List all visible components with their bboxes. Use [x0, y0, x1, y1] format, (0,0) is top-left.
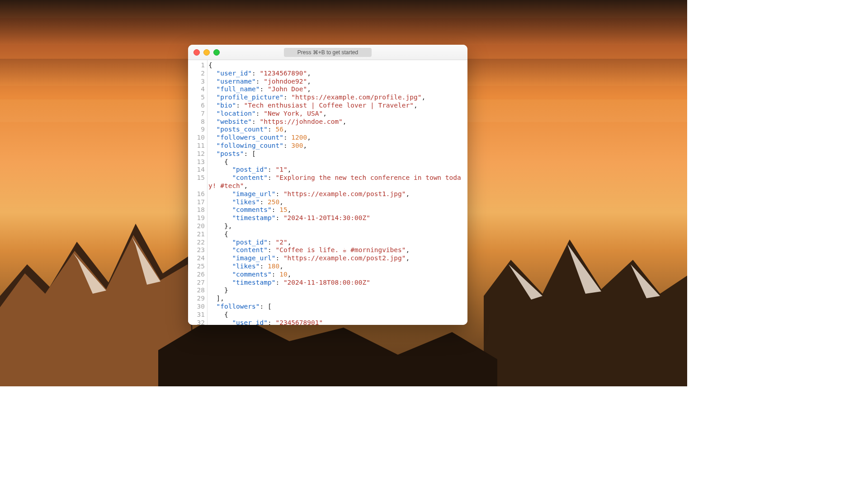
code-line: "bio": "Tech enthusiast | Coffee lover |… — [208, 102, 465, 110]
code-line: "timestamp": "2024-11-18T08:00:00Z" — [208, 279, 465, 287]
line-number: 18 — [188, 206, 205, 214]
line-number: 15 — [188, 174, 205, 190]
code-line: ], — [208, 295, 465, 303]
editor-window: Press ⌘+B to get started 123456789101112… — [188, 45, 467, 325]
minimize-icon[interactable] — [203, 49, 210, 56]
line-number: 28 — [188, 286, 205, 295]
line-number: 11 — [188, 142, 205, 150]
line-number: 6 — [188, 102, 205, 110]
code-line: "post_id": "2", — [208, 239, 465, 247]
code-line: { — [208, 311, 465, 319]
line-number: 27 — [188, 279, 205, 287]
line-number: 12 — [188, 150, 205, 158]
line-number: 5 — [188, 94, 205, 102]
line-number: 17 — [188, 198, 205, 206]
code-line: "image_url": "https://example.com/post2.… — [208, 254, 465, 263]
code-line: } — [208, 286, 465, 295]
code-line: { — [208, 230, 465, 239]
code-area[interactable]: { "user_id": "1234567890", "username": "… — [208, 60, 467, 325]
line-number: 31 — [188, 311, 205, 319]
line-number: 32 — [188, 319, 205, 325]
code-line: { — [208, 61, 465, 70]
code-line: "full_name": "John Doe", — [208, 85, 465, 94]
line-number: 13 — [188, 158, 205, 166]
line-number: 21 — [188, 230, 205, 239]
wallpaper-cloud-band — [0, 18, 687, 45]
code-line: "website": "https://johndoe.com", — [208, 118, 465, 126]
line-number: 26 — [188, 271, 205, 279]
titlebar-hint[interactable]: Press ⌘+B to get started — [284, 48, 372, 57]
line-number: 7 — [188, 110, 205, 118]
code-line: "user_id": "2345678901" — [208, 319, 465, 325]
line-number: 2 — [188, 70, 205, 78]
line-number: 14 — [188, 166, 205, 174]
window-traffic-lights — [193, 49, 220, 56]
line-number: 22 — [188, 239, 205, 247]
line-number: 19 — [188, 214, 205, 222]
code-line: "likes": 180, — [208, 263, 465, 271]
line-number: 25 — [188, 263, 205, 271]
code-line: "content": "Exploring the new tech confe… — [208, 174, 465, 190]
window-titlebar[interactable]: Press ⌘+B to get started — [188, 45, 467, 60]
line-number: 3 — [188, 78, 205, 86]
line-number: 4 — [188, 85, 205, 94]
code-line: "image_url": "https://example.com/post1.… — [208, 190, 465, 198]
code-line: "posts": [ — [208, 150, 465, 158]
zoom-icon[interactable] — [213, 49, 220, 56]
line-number: 29 — [188, 295, 205, 303]
code-line: "followers_count": 1200, — [208, 134, 465, 142]
close-icon[interactable] — [193, 49, 200, 56]
code-line: "posts_count": 56, — [208, 126, 465, 134]
line-number: 30 — [188, 303, 205, 311]
code-line: "comments": 15, — [208, 206, 465, 214]
code-line: "followers": [ — [208, 303, 465, 311]
line-number-gutter: 1234567891011121314151617181920212223242… — [188, 60, 208, 325]
line-number: 20 — [188, 222, 205, 230]
line-number: 1 — [188, 61, 205, 70]
line-number: 23 — [188, 246, 205, 254]
code-editor[interactable]: 1234567891011121314151617181920212223242… — [188, 60, 467, 325]
code-line: "username": "johndoe92", — [208, 78, 465, 86]
code-line: "content": "Coffee is life. ☕ #morningvi… — [208, 246, 465, 254]
code-line: "comments": 10, — [208, 271, 465, 279]
desktop-wallpaper: Press ⌘+B to get started 123456789101112… — [0, 0, 687, 386]
code-line: "post_id": "1", — [208, 166, 465, 174]
code-line: "following_count": 300, — [208, 142, 465, 150]
code-line: "timestamp": "2024-11-20T14:30:00Z" — [208, 214, 465, 222]
code-line: "user_id": "1234567890", — [208, 70, 465, 78]
line-number: 16 — [188, 190, 205, 198]
line-number: 24 — [188, 254, 205, 263]
line-number: 9 — [188, 126, 205, 134]
line-number: 10 — [188, 134, 205, 142]
code-line: "likes": 250, — [208, 198, 465, 206]
code-line: }, — [208, 222, 465, 230]
line-number: 8 — [188, 118, 205, 126]
code-line: "profile_picture": "https://example.com/… — [208, 94, 465, 102]
code-line: "location": "New York, USA", — [208, 110, 465, 118]
code-line: { — [208, 158, 465, 166]
